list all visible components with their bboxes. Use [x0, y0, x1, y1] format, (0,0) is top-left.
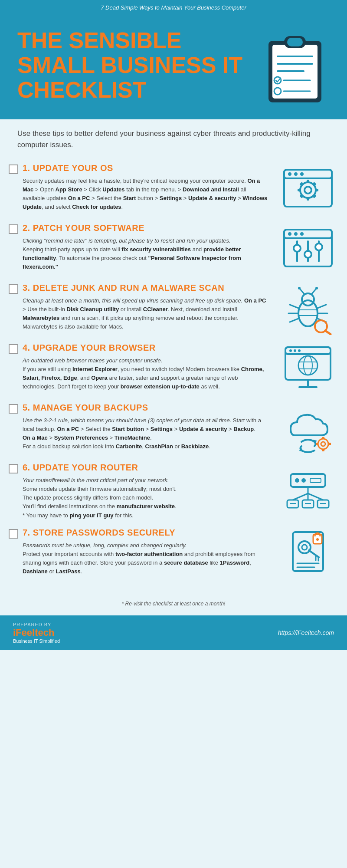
main-title: THE SENSIBLE SMALL BUSINESS IT CHECKLIST	[17, 28, 256, 103]
item-4-title: 4. UPGRADE YOUR BROWSER	[23, 343, 156, 353]
checklist-item-5: 5. MANAGE YOUR BACKUPS Use the 3-2-1 rul…	[9, 403, 338, 455]
checkbox-1[interactable]	[9, 164, 18, 174]
footer-note-text: * Re-visit the checklist at least once a…	[122, 601, 226, 607]
svg-line-89	[309, 550, 319, 557]
svg-point-37	[298, 300, 318, 326]
svg-point-36	[315, 243, 322, 250]
item-1-body: Security updates may feel like a hassle,…	[9, 177, 269, 212]
checklist-item-3: 3. DELETE JUNK AND RUN A MALWARE SCAN Cl…	[9, 283, 338, 335]
svg-point-30	[300, 232, 304, 236]
checklist-item-1: 1. UPDATE YOUR OS Security updates may f…	[9, 163, 338, 215]
item-6-title: 6. UPDATE YOUR ROUTER	[23, 463, 138, 473]
svg-line-45	[290, 319, 298, 322]
svg-rect-69	[322, 449, 324, 451]
svg-point-17	[304, 187, 311, 194]
item-2-left: 2. PATCH YOUR SOFTWARE Clicking "remind …	[9, 223, 278, 275]
svg-point-66	[318, 439, 328, 449]
footer-tagline: Business IT Simplified	[13, 638, 60, 644]
svg-point-63	[298, 349, 301, 352]
svg-line-43	[290, 305, 298, 308]
svg-point-74	[301, 478, 306, 483]
item-7-header: 7. STORE PASSWORDS SECURELY	[9, 528, 269, 539]
svg-rect-75	[310, 478, 321, 483]
svg-rect-11	[284, 170, 332, 207]
item-3-body: Cleanup at least once a month, this will…	[9, 296, 269, 332]
checkbox-5[interactable]	[9, 404, 18, 414]
item-1-icon	[278, 163, 338, 215]
svg-rect-25	[312, 182, 317, 186]
header: THE SENSIBLE SMALL BUSINESS IT CHECKLIST	[0, 15, 347, 119]
top-bar-text: 7 Dead Simple Ways to Maintain Your Busi…	[101, 4, 246, 11]
item-6-header: 6. UPDATE YOUR ROUTER	[9, 463, 269, 473]
svg-rect-24	[299, 194, 304, 198]
item-4-icon	[278, 343, 338, 395]
item-7-icon	[278, 528, 338, 580]
item-5-title: 5. MANAGE YOUR BACKUPS	[23, 403, 148, 413]
svg-point-15	[300, 172, 304, 176]
svg-point-88	[302, 545, 307, 550]
item-4-header: 4. UPGRADE YOUR BROWSER	[9, 343, 269, 354]
item-1-title: 1. UPDATE YOUR OS	[23, 163, 113, 173]
svg-point-62	[294, 349, 296, 352]
content-area: 1. UPDATE YOUR OS Security updates may f…	[0, 159, 347, 596]
item-3-title: 3. DELETE JUNK AND RUN A MALWARE SCAN	[23, 283, 224, 293]
svg-line-52	[325, 331, 331, 334]
checkbox-3[interactable]	[9, 284, 18, 294]
svg-point-42	[315, 287, 318, 289]
svg-point-67	[321, 442, 325, 446]
svg-point-61	[289, 349, 292, 352]
svg-rect-21	[315, 189, 318, 191]
item-5-header: 5. MANAGE YOUR BACKUPS	[9, 403, 269, 414]
svg-point-34	[304, 251, 311, 258]
svg-point-57	[298, 356, 318, 375]
item-4-left: 4. UPGRADE YOUR BROWSER An outdated web …	[9, 343, 278, 395]
footer-url[interactable]: https://iFeeltech.com	[278, 629, 334, 636]
svg-rect-20	[298, 189, 301, 191]
subtitle: Use these tips to better defend your bus…	[0, 119, 347, 159]
footer-prepared-label: PREPARED BY	[13, 622, 60, 627]
clipboard-icon	[260, 28, 330, 106]
svg-point-58	[304, 356, 312, 375]
svg-point-95	[316, 538, 319, 541]
item-3-header: 3. DELETE JUNK AND RUN A MALWARE SCAN	[9, 283, 269, 294]
svg-rect-3	[287, 38, 303, 46]
item-3-icon	[278, 283, 338, 335]
checkbox-7[interactable]	[9, 529, 18, 539]
item-2-header: 2. PATCH YOUR SOFTWARE	[9, 223, 269, 234]
top-bar: 7 Dead Simple Ways to Maintain Your Busi…	[0, 0, 347, 15]
svg-rect-23	[312, 194, 317, 198]
svg-point-28	[288, 232, 291, 236]
item-5-body: Use the 3-2-1 rule, which means you shou…	[9, 416, 269, 451]
item-1-left: 1. UPDATE YOUR OS Security updates may f…	[9, 163, 278, 215]
item-6-left: 6. UPDATE YOUR ROUTER Your router/firewa…	[9, 463, 278, 520]
item-7-left: 7. STORE PASSWORDS SECURELY Passwords mu…	[9, 528, 278, 580]
svg-rect-68	[322, 437, 324, 439]
svg-point-32	[294, 245, 301, 252]
svg-rect-22	[299, 182, 304, 186]
item-7-title: 7. STORE PASSWORDS SECURELY	[23, 528, 175, 538]
footer-note: * Re-visit the checklist at least once a…	[0, 596, 347, 615]
item-7-body: Passwords must be unique, long, complex …	[9, 541, 269, 576]
checklist-item-2: 2. PATCH YOUR SOFTWARE Clicking "remind …	[9, 223, 338, 275]
footer-brand-name: iFeeltech	[13, 627, 60, 638]
svg-line-79	[308, 493, 323, 500]
checkbox-6[interactable]	[9, 464, 18, 473]
checklist-item-6: 6. UPDATE YOUR ROUTER Your router/firewa…	[9, 463, 338, 520]
svg-point-14	[294, 172, 298, 176]
footer-branding: PREPARED BY iFeeltech Business IT Simpli…	[13, 622, 60, 644]
checkbox-4[interactable]	[9, 344, 18, 354]
item-5-icon	[278, 403, 338, 455]
svg-point-29	[294, 232, 298, 236]
item-4-body: An outdated web browser makes your compu…	[9, 356, 269, 391]
item-2-title: 2. PATCH YOUR SOFTWARE	[23, 223, 144, 233]
checklist-item-4: 4. UPGRADE YOUR BROWSER An outdated web …	[9, 343, 338, 395]
svg-rect-70	[316, 443, 318, 445]
svg-line-77	[293, 493, 308, 500]
svg-rect-71	[329, 443, 331, 445]
svg-rect-18	[307, 180, 309, 183]
svg-point-41	[298, 287, 301, 289]
item-6-body: Your router/firewall is the most critica…	[9, 476, 269, 520]
checkbox-2[interactable]	[9, 224, 18, 234]
footer: PREPARED BY iFeeltech Business IT Simpli…	[0, 615, 347, 650]
item-3-left: 3. DELETE JUNK AND RUN A MALWARE SCAN Cl…	[9, 283, 278, 335]
